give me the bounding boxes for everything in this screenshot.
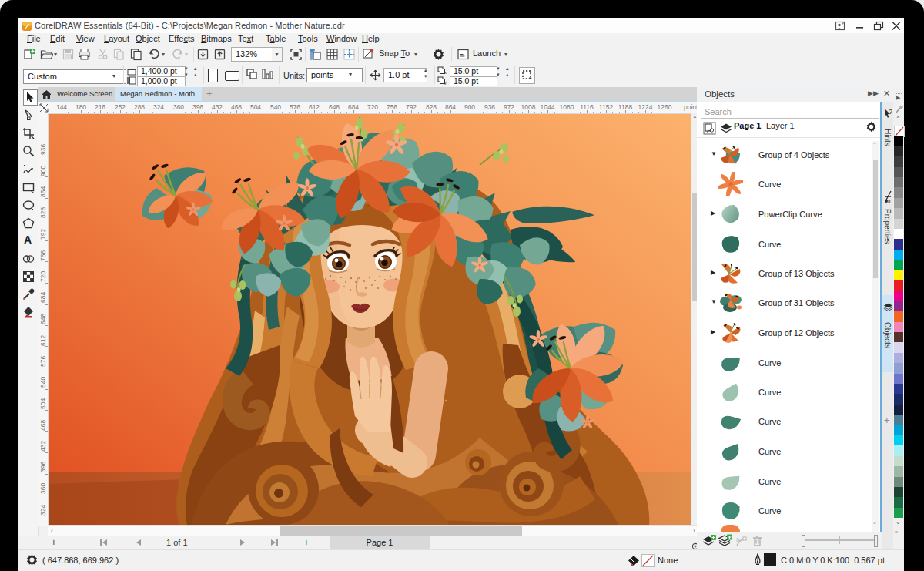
svg-text:fx: fx (736, 537, 741, 542)
svg-text:?: ? (889, 108, 892, 116)
svg-text:ll: ll (888, 198, 891, 204)
svg-text:y: y (444, 80, 447, 85)
svg-text:x: x (444, 70, 447, 75)
